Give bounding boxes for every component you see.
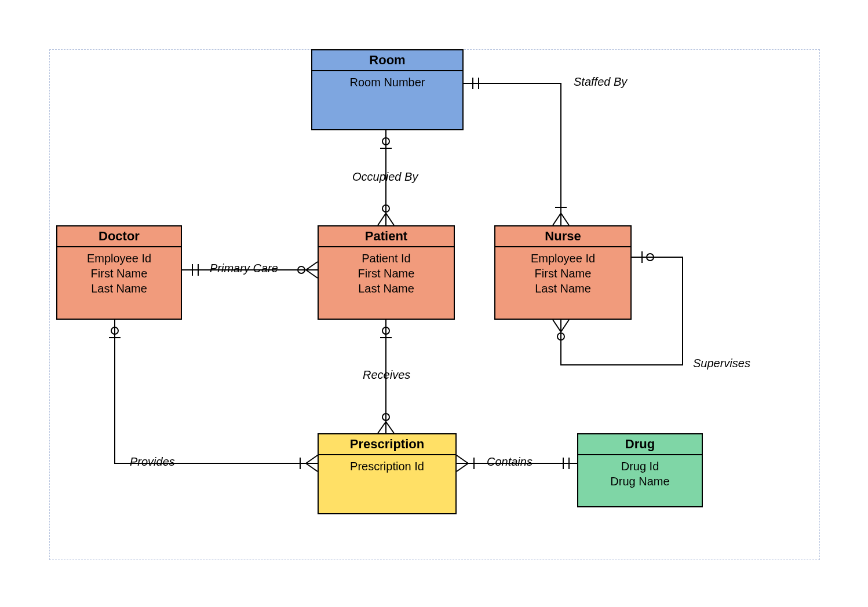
rel-receives: Receives [363,368,410,382]
entity-attr: Prescription Id [319,459,455,474]
entity-attr: Last Name [495,281,630,296]
rel-staffed-by: Staffed By [574,75,627,89]
entity-title: Prescription [319,434,455,455]
entity-patient[interactable]: Patient Patient Id First Name Last Name [318,225,455,320]
entity-attr: First Name [495,266,630,281]
entity-title: Nurse [495,226,630,247]
entity-attr: Drug Id [578,459,702,474]
entity-doctor[interactable]: Doctor Employee Id First Name Last Name [56,225,182,320]
entity-attr: Employee Id [57,251,181,266]
entity-title: Room [312,50,462,71]
entity-attr: Drug Name [578,474,702,489]
entity-attr: Patient Id [319,251,454,266]
rel-primary-care: Primary Care [210,262,278,275]
rel-occupied-by: Occupied By [352,170,418,184]
entity-nurse[interactable]: Nurse Employee Id First Name Last Name [494,225,632,320]
rel-contains: Contains [487,455,533,469]
entity-title: Drug [578,434,702,455]
entity-prescription[interactable]: Prescription Prescription Id [318,433,457,514]
rel-supervises: Supervises [693,357,750,370]
entity-attr: First Name [57,266,181,281]
entity-room[interactable]: Room Room Number [311,49,464,130]
entity-attr: Room Number [312,75,462,90]
entity-title: Patient [319,226,454,247]
entity-attr: First Name [319,266,454,281]
entity-title: Doctor [57,226,181,247]
entity-drug[interactable]: Drug Drug Id Drug Name [577,433,703,507]
entity-attr: Last Name [57,281,181,296]
entity-attr: Employee Id [495,251,630,266]
rel-provides: Provides [130,455,175,469]
entity-attr: Last Name [319,281,454,296]
